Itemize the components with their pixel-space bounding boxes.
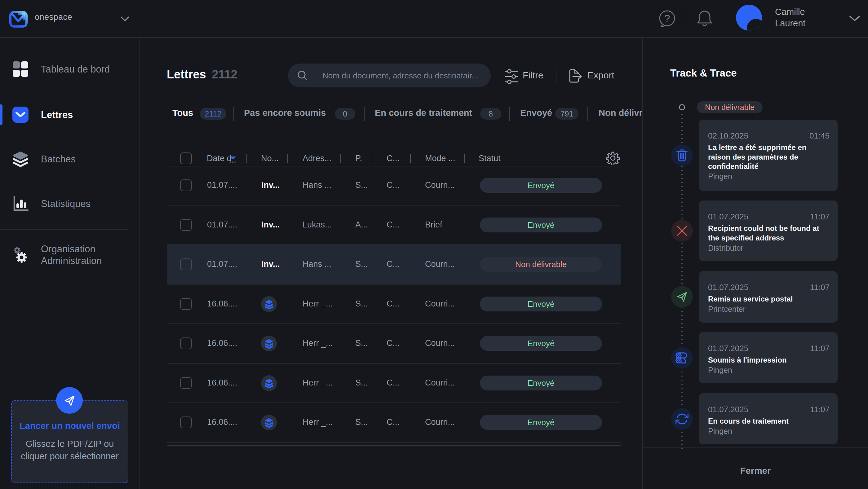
svg-text:?: ?	[664, 12, 670, 24]
